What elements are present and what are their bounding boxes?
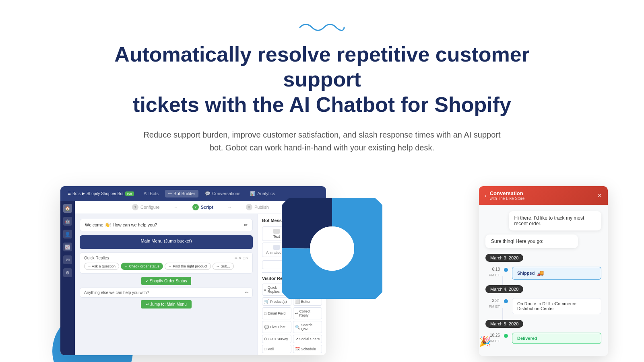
sidebar-mail-icon[interactable]: ✉ bbox=[63, 255, 72, 264]
user-message: Hi there. I'd like to track my most rece… bbox=[509, 211, 601, 230]
qr-btn-ask[interactable]: ← Ask a question bbox=[84, 263, 119, 270]
hero-title: Automatically resolve repetitive custome… bbox=[80, 42, 564, 117]
date-badge-2: March 4, 2020 bbox=[485, 285, 523, 293]
visitor-schedule[interactable]: 📅 Schedule bbox=[293, 345, 322, 353]
confetti-decoration: 🎉 bbox=[479, 336, 491, 347]
event-delivered: Delivered bbox=[512, 333, 601, 344]
visitor-live-chat[interactable]: 💬 Live Chat bbox=[262, 321, 291, 333]
conversation-body: Hi there. I'd like to track my most rece… bbox=[479, 205, 608, 356]
bot-canvas: Welcome 👋! How can we help you? ✏ Main M… bbox=[75, 214, 258, 355]
anything-else-block: Anything else we can help you with? ✏ bbox=[80, 288, 253, 298]
visitor-email[interactable]: □ Email Field bbox=[262, 307, 291, 319]
quick-reply-buttons: ← Ask a question → Check order status → … bbox=[84, 263, 248, 270]
visitor-collect-reply[interactable]: ↩ Collect Reply bbox=[293, 307, 322, 319]
time-shipped: 6:18PM ET bbox=[485, 267, 500, 278]
sidebar-bot-icon[interactable]: 🤖 bbox=[63, 217, 72, 226]
back-button[interactable]: ‹ bbox=[485, 192, 487, 199]
event-route: On Route to DHL eCommerce Distribution C… bbox=[512, 298, 601, 314]
visitor-poll[interactable]: □ Poll bbox=[262, 345, 291, 353]
sidebar-home-icon[interactable]: 🏠 bbox=[63, 204, 72, 213]
dot-shipped bbox=[504, 268, 508, 272]
hero-section: Automatically resolve repetitive custome… bbox=[0, 0, 644, 186]
conversations-nav[interactable]: 💬 Conversations bbox=[202, 190, 244, 197]
qr-btn-sub[interactable]: → Sub... bbox=[213, 263, 234, 270]
order-timeline: March 3, 2020 6:18PM ET Shipped 🚚 March … bbox=[485, 254, 601, 344]
page-wrapper: Automatically resolve repetitive custome… bbox=[0, 0, 644, 362]
welcome-message-block: Welcome 👋! How can we help you? ✏ bbox=[80, 219, 253, 231]
timeline-item-delivered: 10:26AM ET Delivered bbox=[485, 333, 601, 344]
step-publish: 3 Publish bbox=[246, 204, 269, 210]
time-route: 3:31PM ET bbox=[485, 298, 500, 309]
dot-delivered bbox=[504, 334, 508, 338]
wave-decoration bbox=[80, 20, 564, 34]
visitor-social[interactable]: ↗ Social Share bbox=[293, 335, 322, 343]
timeline-item-route: 3:31PM ET On Route to DHL eCommerce Dist… bbox=[485, 298, 601, 314]
step-script: 2 Script bbox=[192, 204, 213, 210]
visuals-section: ☰ Bots ▶ Shopify Shopper Bot live All Bo… bbox=[0, 186, 644, 362]
visitor-search-qa[interactable]: 🔍 Search Q&A bbox=[293, 321, 322, 333]
shopify-order-status-btn[interactable]: ✓ Shopify Order Status bbox=[141, 277, 191, 285]
analytics-nav[interactable]: 📊 Analytics bbox=[247, 190, 278, 197]
qr-btn-order[interactable]: → Check order status bbox=[121, 263, 163, 270]
bots-nav[interactable]: ☰ Bots ▶ Shopify Shopper Bot live bbox=[64, 190, 137, 197]
quick-replies-block: Quick Replies ✏ ✕ □ × ← Ask a question →… bbox=[80, 252, 253, 274]
conversation-widget: ‹ Conversation with The Bike Store ✕ Hi … bbox=[479, 186, 608, 356]
event-shipped: Shipped 🚚 bbox=[512, 267, 601, 280]
date-badge-1: March 3, 2020 bbox=[485, 254, 523, 262]
visitor-survey[interactable]: ⊙ 0-10 Survey bbox=[262, 335, 291, 343]
screenshot-sidebar: 🏠 🤖 👤 📈 ✉ ⚙ bbox=[60, 201, 75, 355]
all-bots-nav[interactable]: All Bots bbox=[140, 190, 162, 197]
pie-chart bbox=[282, 198, 382, 299]
hero-subtitle: Reduce support burden, improve customer … bbox=[141, 128, 503, 154]
jump-to-main-menu-btn[interactable]: ↩ Jump to: Main Menu bbox=[141, 300, 191, 309]
sidebar-person-icon[interactable]: 👤 bbox=[63, 230, 72, 239]
main-menu-block: Main Menu (Jump bucket) bbox=[80, 235, 253, 249]
date-badge-3: March 5, 2020 bbox=[485, 320, 523, 328]
timeline-item-shipped: 6:18PM ET Shipped 🚚 bbox=[485, 267, 601, 280]
bot-builder-nav[interactable]: ✏ Bot Builder bbox=[165, 190, 198, 197]
close-button[interactable]: ✕ bbox=[597, 192, 602, 199]
dot-route bbox=[504, 299, 508, 303]
step-configure: 1 Configure bbox=[132, 204, 160, 210]
bot-message: Sure thing! Here you go: bbox=[485, 234, 578, 248]
svg-point-2 bbox=[310, 226, 354, 271]
conversation-widget-header: ‹ Conversation with The Bike Store ✕ bbox=[479, 186, 608, 205]
sidebar-chart-icon[interactable]: 📈 bbox=[63, 243, 72, 251]
sidebar-settings-icon[interactable]: ⚙ bbox=[63, 268, 72, 277]
qr-btn-product[interactable]: → Find the right product bbox=[165, 263, 211, 270]
